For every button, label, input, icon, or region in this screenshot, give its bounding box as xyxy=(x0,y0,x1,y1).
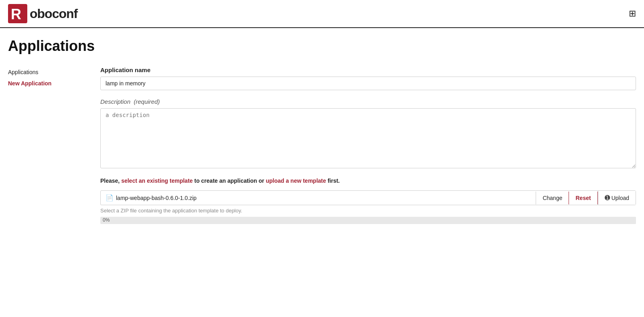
app-name-input[interactable] xyxy=(100,77,636,90)
grid-icon[interactable]: ⊞ xyxy=(629,8,636,19)
app-name-label: Application name xyxy=(100,67,636,73)
sidebar: Applications New Application xyxy=(0,67,92,224)
file-icon: 📄 xyxy=(106,194,114,202)
sidebar-item-new-application[interactable]: New Application xyxy=(8,78,84,89)
sidebar-item-applications[interactable]: Applications xyxy=(8,67,84,78)
page-title: Applications xyxy=(0,28,644,63)
file-row: 📄 lamp-webapp-bash-0.6.0-1.0.zip Change … xyxy=(100,190,636,205)
main-layout: Applications New Application Application… xyxy=(0,63,644,228)
file-name-display: 📄 lamp-webapp-bash-0.6.0-1.0.zip xyxy=(101,191,536,205)
upload-button[interactable]: ➊ Upload xyxy=(598,191,636,205)
header: R oboconf ⊞ xyxy=(0,0,644,28)
logo-text: oboconf xyxy=(30,6,77,21)
description-group: Description (required) xyxy=(100,98,636,170)
description-textarea[interactable] xyxy=(100,108,636,168)
logo-icon: R xyxy=(8,4,27,23)
app-name-group: Application name xyxy=(100,67,636,90)
description-label: Description (required) xyxy=(100,98,636,105)
change-button[interactable]: Change xyxy=(536,192,569,204)
template-notice: Please, select an existing template to c… xyxy=(100,178,636,184)
progress-bar-container: 0% xyxy=(100,217,636,224)
file-hint: Select a ZIP file containing the applica… xyxy=(100,208,636,214)
content-area: Application name Description (required) … xyxy=(92,67,644,224)
upload-new-template-link[interactable]: upload a new template xyxy=(266,178,326,184)
svg-text:R: R xyxy=(11,6,21,22)
progress-label: 0% xyxy=(103,217,110,223)
logo[interactable]: R oboconf xyxy=(8,4,77,23)
select-existing-template-link[interactable]: select an existing template xyxy=(121,178,193,184)
upload-icon: ➊ xyxy=(605,194,610,202)
reset-button[interactable]: Reset xyxy=(569,192,597,204)
